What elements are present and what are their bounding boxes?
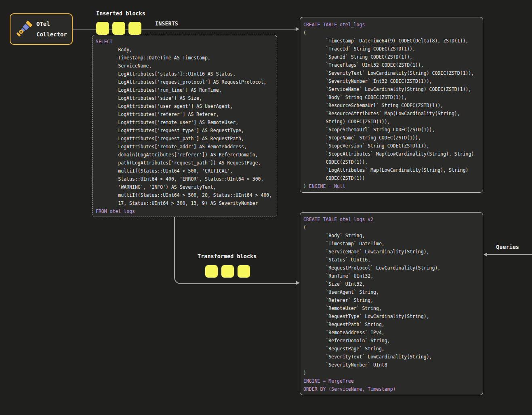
code-line: `Body` String, xyxy=(303,232,479,240)
inserted-blocks-label: Inserted blocks xyxy=(96,10,145,17)
code-line: `RemoteAddress` IPv4, xyxy=(303,329,479,337)
inserted-block xyxy=(96,22,109,35)
code-line: `ServiceName` LowCardinality(String) COD… xyxy=(303,85,479,93)
code-line: `ResourceAttributes` Map(LowCardinality(… xyxy=(303,110,479,118)
code-line: `SeverityText` LowCardinality(String), xyxy=(303,353,479,361)
code-line: `Size` UInt32, xyxy=(303,280,479,288)
transformed-block xyxy=(221,265,234,278)
code-line: `SeverityText` LowCardinality(String) CO… xyxy=(303,69,479,77)
code-line: ) ENGINE = Null xyxy=(303,182,479,190)
code-line: ServiceName, xyxy=(96,62,273,70)
code-line: `ServiceName` LowCardinality(String), xyxy=(303,248,479,256)
code-line: 17, Status::UInt64 > 300, 13, 9) AS Seve… xyxy=(96,199,273,207)
code-line: `Timestamp` DateTime, xyxy=(303,240,479,248)
code-line: Status::UInt64 > 400, 'ERROR', Status::U… xyxy=(96,175,273,183)
code-line: LogAttributes['remote_user'] AS RemoteUs… xyxy=(96,118,273,126)
code-line: `RequestPage` String, xyxy=(303,345,479,353)
code-line: LogAttributes['run_time'] AS RunTime, xyxy=(96,86,273,94)
create-table-otel-logs-v2-block: CREATE TABLE otel_logs_v2( `Body` String… xyxy=(300,212,483,395)
queries-arrowhead-icon xyxy=(484,253,487,257)
transformed-blocks-label: Transformed blocks xyxy=(198,253,257,259)
code-line: Timestamp::DateTime AS Timestamp, xyxy=(96,54,273,62)
queries-arrow-line xyxy=(485,254,532,255)
code-line: LogAttributes['remote_addr'] AS RemoteAd… xyxy=(96,143,273,151)
code-line: ( xyxy=(303,223,479,232)
code-line: `TraceFlags` UInt32 CODEC(ZSTD(1)), xyxy=(303,61,479,69)
code-line: path(LogAttributes['request_path']) AS R… xyxy=(96,159,273,167)
code-line: CREATE TABLE otel_logs_v2 xyxy=(303,215,479,223)
code-line: SELECT xyxy=(96,38,273,46)
code-line: `SpanId` String CODEC(ZSTD(1)), xyxy=(303,53,479,61)
code-line: LogAttributes['user_agent'] AS UserAgent… xyxy=(96,102,273,110)
code-line: `ScopeAttributes` Map(LowCardinality(Str… xyxy=(303,150,479,158)
code-line: `RemoteUser` String, xyxy=(303,304,479,312)
code-line: ORDER BY (ServiceName, Timestamp) xyxy=(303,385,479,393)
code-line: FROM otel_logs xyxy=(96,207,273,215)
code-line: `ScopeName` String CODEC(ZSTD(1)), xyxy=(303,134,479,142)
otel-collector-node: OTel Collector xyxy=(10,13,73,45)
code-line: `UserAgent` String, xyxy=(303,288,479,296)
code-line: CREATE TABLE otel_logs xyxy=(303,21,479,29)
code-line: multiIf(Status::UInt64 > 500, 'CRITICAL'… xyxy=(96,167,273,175)
inserted-block xyxy=(112,22,125,35)
code-line: `RefererDomain` String, xyxy=(303,337,479,345)
code-line: LogAttributes['referer'] AS Referer, xyxy=(96,110,273,118)
code-line: Body, xyxy=(96,46,273,54)
code-line: `SeverityNumber` Int32 CODEC(ZSTD(1)), xyxy=(303,77,479,85)
inserts-label: INSERTS xyxy=(155,20,178,27)
transform-arrowhead-icon xyxy=(296,281,300,285)
inserts-arrowhead-icon xyxy=(296,27,299,31)
code-line: ( xyxy=(303,29,479,37)
code-line: `RunTime` UInt32, xyxy=(303,272,479,280)
code-line: `ScopeVersion` String CODEC(ZSTD(1)), xyxy=(303,142,479,150)
materialized-view-select-block: SELECT Body, Timestamp::DateTime AS Time… xyxy=(92,35,277,217)
code-line: `Status` UInt16, xyxy=(303,256,479,264)
transformed-block xyxy=(238,265,250,278)
code-line: `ScopeSchemaUrl` String CODEC(ZSTD(1)), xyxy=(303,126,479,134)
code-line: LogAttributes['request_protocol'] AS Req… xyxy=(96,78,273,86)
code-line: String) CODEC(ZSTD(1)), xyxy=(303,118,479,126)
inserted-block xyxy=(128,22,141,35)
queries-label: Queries xyxy=(496,244,519,250)
code-line: domain(LogAttributes['referer']) AS Refe… xyxy=(96,151,273,159)
create-table-otel-logs-block: CREATE TABLE otel_logs( `Timestamp` Date… xyxy=(300,17,483,193)
code-line: `ResourceSchemaUrl` String CODEC(ZSTD(1)… xyxy=(303,101,479,110)
transform-connector-line xyxy=(174,217,297,284)
code-line: CODEC(ZSTD(1)) xyxy=(303,174,479,182)
code-line: LogAttributes['request_type'] AS Request… xyxy=(96,126,273,135)
code-line: `RequestProtocol` LowCardinality(String)… xyxy=(303,264,479,272)
code-line: CODEC(ZSTD(1)), xyxy=(303,158,479,166)
code-line: `Body` String CODEC(ZSTD(1)), xyxy=(303,93,479,101)
otel-telescope-icon xyxy=(15,20,33,38)
diagram-canvas: OTel Collector Inserted blocks INSERTS S… xyxy=(0,0,532,415)
code-line: `TraceId` String CODEC(ZSTD(1)), xyxy=(303,45,479,53)
otel-collector-label: OTel Collector xyxy=(36,19,67,40)
code-line: `Timestamp` DateTime64(9) CODEC(Delta(8)… xyxy=(303,37,479,45)
code-line: `RequestPath` String, xyxy=(303,320,479,329)
code-line: LogAttributes['request_path'] AS Request… xyxy=(96,135,273,143)
code-line: ENGINE = MergeTree xyxy=(303,377,479,385)
code-line: multiIf(Status::UInt64 > 500, 20, Status… xyxy=(96,191,273,199)
code-line: LogAttributes['status']::UInt16 AS Statu… xyxy=(96,70,273,78)
code-line: `SeverityNumber` UInt8 xyxy=(303,361,479,369)
code-line: `Referer` String, xyxy=(303,296,479,304)
code-line: 'WARNING', 'INFO') AS SeverityText, xyxy=(96,183,273,191)
code-line: ) xyxy=(303,369,479,377)
code-line: `RequestType` LowCardinality(String), xyxy=(303,312,479,320)
transformed-block xyxy=(205,265,218,278)
code-line: `LogAttributes` Map(LowCardinality(Strin… xyxy=(303,166,479,174)
code-line: LogAttributes['size'] AS Size, xyxy=(96,94,273,102)
